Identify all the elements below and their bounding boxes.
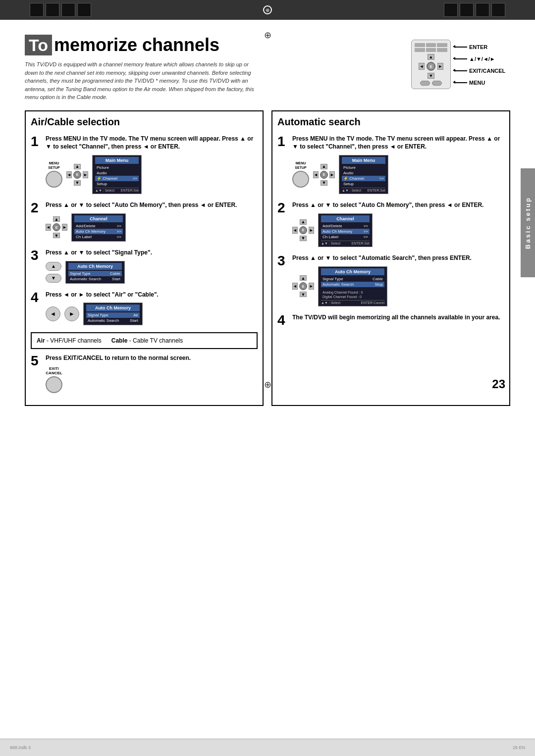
left-step-3-illus: ▲ ▼ Auto Ch Memory Signal TypeCable Auto… [46, 261, 258, 284]
mini-dpad-left1: ▲ ▼ ◄ ► E [66, 164, 88, 186]
enter-btn-right2: E [299, 226, 307, 234]
main-menu-screen-right1: Main Menu Picture Audio ⚡ Channel>> Setu… [339, 155, 388, 194]
right-step-3-content: Press ▲ or ▼ to select "Automatic Search… [292, 254, 504, 306]
menu-row-picture: Picture [95, 165, 139, 170]
left-step-4-content: Press ◄ or ► to select "Air" or "Cable".… [46, 291, 258, 326]
center-reg-mark: ⊕ [264, 30, 271, 41]
bottom-bar: 888.indb 3 26 EN [0, 739, 535, 756]
main-menu-screen-left1: Main Menu Picture Audio ⚡ Channel>> Setu… [92, 155, 142, 194]
auto-screen-left4: Auto Ch Memory Signal TypeAir Automatic … [83, 302, 143, 325]
channel-auto-ch: Auto Ch Memory>> [74, 229, 123, 234]
left-step-1-number: 1 [31, 135, 41, 149]
left-step-3: 3 Press ▲ or ▼ to select "Signal Type". … [31, 249, 258, 284]
channel-add-delete: Add/Delete>> [74, 223, 123, 229]
top-bar-left-blocks [30, 3, 91, 17]
print-block [46, 3, 59, 17]
top-bar: ⊕ [0, 0, 535, 20]
remote-exit-label: EXIT/CANCEL [469, 65, 505, 76]
left-step-1: 1 Press MENU in the TV mode. The TV menu… [31, 135, 258, 195]
print-block [77, 3, 91, 17]
left-step-4-number: 4 [31, 291, 41, 304]
left-step-3-number: 3 [31, 249, 41, 262]
ud-arrows-left3: ▲ ▼ [46, 262, 61, 283]
left-step-2-number: 2 [31, 201, 41, 215]
channel-ch-label: Ch Label>> [74, 234, 123, 240]
left-step-1-illus: MENUSETUP ▲ ▼ ◄ ► E Mai [46, 155, 258, 194]
watermark-left: 888.indb 3 [10, 745, 31, 750]
right-step-2: 2 Press ▲ or ▼ to select "Auto Ch Memory… [277, 201, 504, 247]
auto-screen-left3: Auto Ch Memory Signal TypeCable Automati… [65, 261, 125, 284]
watermark-right: 26 EN [513, 745, 525, 750]
enter-btn-right3: E [299, 282, 307, 290]
title-box: Tomemorize channels [25, 35, 224, 55]
channel-screen-left2: Channel Add/Delete>> Auto Ch Memory>> Ch… [71, 213, 126, 242]
left-step-5: 5 Press EXIT/CANCEL to return to the nor… [31, 354, 258, 393]
info-cable-label: Cable [111, 337, 128, 344]
right-step-3-text: Press ▲ or ▼ to select "Automatic Search… [292, 254, 504, 262]
page-title-section: Tomemorize channels This TV/DVD is equip… [25, 35, 510, 101]
registration-mark: ⊕ [263, 5, 272, 14]
left-step-5-number: 5 [31, 354, 41, 368]
signal-type-row-air: Signal TypeAir [86, 312, 140, 318]
exit-cancel-btn-circle [46, 376, 62, 393]
channel-screen-title: Channel [74, 215, 123, 222]
print-block [491, 3, 505, 17]
right-menu-setup-label: MENUSETUP [292, 161, 309, 188]
auto-screen-right3: Auto Ch Memory Signal TypeCable Automati… [318, 266, 387, 306]
mini-dpad-right1: ▲ ▼ ◄ ► E [313, 164, 335, 186]
print-block [444, 3, 458, 17]
print-block [61, 3, 75, 17]
left-step-2: 2 Press ▲ or ▼ to select "Auto Ch Memory… [31, 201, 258, 242]
enter-btn-right1: E [320, 171, 328, 179]
enter-center-btn: E [73, 171, 81, 179]
menu-row-setup: Setup [95, 181, 139, 187]
page-title-left: Tomemorize channels This TV/DVD is equip… [25, 35, 411, 101]
right-step-2-number: 2 [277, 201, 287, 215]
right-step-4-content: The TV/DVD will begin memorizing all the… [292, 313, 504, 326]
exit-cancel-label: EXIT/CANCEL [46, 366, 62, 375]
left-step-5-content: Press EXIT/CANCEL to return to the norma… [46, 354, 258, 393]
right-step-3-number: 3 [277, 254, 287, 268]
top-bar-right-blocks [444, 3, 505, 17]
left-step-1-text: Press MENU in the TV mode. The TV menu s… [46, 135, 258, 151]
right-step-3-illus: ▲ ▼ ◄ ► E Auto Ch Memory Signal TypeCabl… [292, 266, 504, 306]
left-step-4: 4 Press ◄ or ► to select "Air" or "Cable… [31, 291, 258, 326]
info-box: Air - VHF/UHF channels Cable - Cable TV … [31, 332, 258, 349]
column-left: Air/Cable selection 1 Press MENU in the … [25, 110, 264, 406]
page-title: Tomemorize channels [25, 33, 224, 57]
auto-screen-title-left3: Auto Ch Memory [68, 263, 122, 270]
info-cable: Cable - Cable TV channels [111, 337, 183, 344]
left-step-1-content: Press MENU in the TV mode. The TV menu s… [46, 135, 258, 195]
left-column-header: Air/Cable selection [31, 116, 258, 130]
left-step-3-content: Press ▲ or ▼ to select "Signal Type". ▲ … [46, 249, 258, 284]
print-block [476, 3, 489, 17]
print-block [30, 3, 44, 17]
right-step-4-number: 4 [277, 313, 287, 327]
right-step-3: 3 Press ▲ or ▼ to select "Automatic Sear… [277, 254, 504, 306]
enter-center-btn2: E [53, 223, 60, 231]
info-box-row: Air - VHF/UHF channels Cable - Cable TV … [37, 337, 252, 344]
print-block [460, 3, 474, 17]
left-step-4-text: Press ◄ or ► to select "Air" or "Cable". [46, 291, 258, 299]
right-step-4: 4 The TV/DVD will begin memorizing all t… [277, 313, 504, 327]
auto-search-row-start: Automatic SearchStart [86, 318, 140, 323]
left-step-2-content: Press ▲ or ▼ to select "Auto Ch Memory",… [46, 201, 258, 242]
intro-text: This TV/DVD is equipped with a channel m… [25, 60, 263, 101]
top-bar-center: ⊕ [263, 5, 272, 14]
menu-screen-footer: ▲▼ : SelectENTER:Set [95, 188, 139, 192]
right-column-header: Automatic search [277, 116, 504, 130]
right-step-1-illus: MENUSETUP ▲ ▼ ◄ ► E Main Menu Pictu [292, 155, 504, 194]
menu-button-circle [46, 171, 62, 188]
menu-row-audio: Audio [95, 170, 139, 176]
info-air-label: Air [37, 337, 45, 344]
left-step-4-illus: ◄ ► Auto Ch Memory Signal TypeAir Automa… [46, 302, 258, 325]
right-step-1: 1 Press MENU in the TV mode. The TV menu… [277, 135, 504, 195]
left-step-5-illus: EXIT/CANCEL [46, 366, 258, 393]
right-step-2-content: Press ▲ or ▼ to select "Auto Ch Memory",… [292, 201, 504, 247]
title-main-word: memorize channels [54, 35, 219, 55]
right-step-4-text: The TV/DVD will begin memorizing all the… [292, 313, 504, 322]
mini-dpad-left2: ▲ ▼ ◄ ► E [46, 216, 67, 238]
auto-search-row: Automatic SearchStart [68, 276, 122, 282]
two-columns: Air/Cable selection 1 Press MENU in the … [25, 110, 510, 406]
left-step-2-illus: ▲ ▼ ◄ ► E Channel Add/Delete>> Auto Ch M… [46, 213, 258, 242]
